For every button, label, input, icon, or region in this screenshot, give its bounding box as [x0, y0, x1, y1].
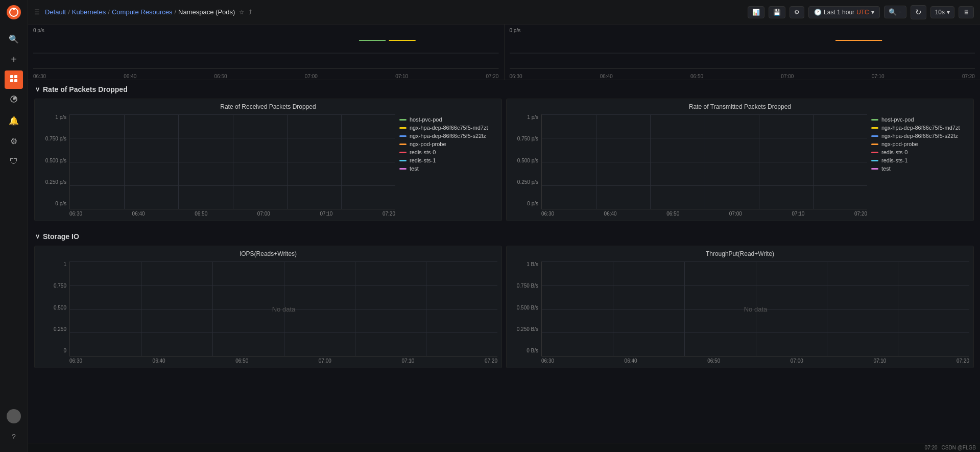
settings-button[interactable]: ⚙ — [790, 6, 804, 18]
tpx-06:40: 06:40 — [625, 358, 637, 364]
tlegend-label-test: test — [881, 165, 891, 172]
tx-07:20: 07:20 — [854, 211, 867, 217]
save-icon: 💾 — [773, 9, 781, 16]
mini-chart-right: 0 p/s 06:30 06:40 06:50 07:00 07:10 — [505, 25, 981, 80]
iops-y-025: 0.250 — [54, 326, 66, 332]
legend-label-host-pvc-pod: host-pvc-pod — [410, 116, 442, 123]
storage-io-charts: IOPS(Reads+Writes) 1 0.750 0.500 0.250 0 — [28, 244, 980, 374]
y-label-05ps: 0.500 p/s — [45, 158, 66, 163]
legend-host-pvc-pod: host-pvc-pod — [399, 116, 493, 123]
sidebar-item-config[interactable]: ⚙ — [5, 132, 23, 150]
collapse-icon: ∨ — [35, 86, 40, 93]
main-content: ☰ Default / Kubernetes / Compute Resourc… — [28, 0, 980, 452]
tgrid-v-5 — [813, 114, 814, 209]
tpx-07:10: 07:10 — [873, 358, 886, 364]
tlegend-label-host-pvc-pod: host-pvc-pod — [881, 116, 914, 123]
throughput-y-axis: 1 B/s 0.750 B/s 0.500 B/s 0.250 B/s 0 B/… — [511, 261, 541, 364]
mini-right-x-06:50: 06:50 — [690, 74, 703, 79]
section-storage-io-title: Storage IO — [43, 232, 79, 241]
ty-label-1ps: 1 p/s — [527, 114, 538, 120]
tpgrid-v-4 — [827, 261, 827, 356]
sidebar-item-explore[interactable] — [5, 91, 23, 109]
time-range-button[interactable]: 🕐 Last 1 hour UTC ▾ — [808, 6, 880, 18]
received-dropped-legend: host-pvc-pod ngx-hpa-dep-86f66c75f5-md7z… — [395, 114, 497, 217]
sidebar-item-help[interactable]: ? — [5, 427, 23, 446]
mini-x-07:10: 07:10 — [395, 74, 408, 79]
tp-y-05bs: 0.500 B/s — [517, 305, 538, 311]
breadcrumb-kubernetes[interactable]: Kubernetes — [72, 8, 106, 16]
sidebar-item-dashboards[interactable] — [5, 70, 23, 89]
ix-06:30: 06:30 — [69, 358, 82, 364]
sidebar-item-search[interactable]: 🔍 — [5, 30, 23, 48]
breadcrumb-compute[interactable]: Compute Resources — [112, 8, 173, 16]
tlegend-color-ngx-md7zt — [871, 127, 878, 129]
mini-charts-row: 0 p/s 06:30 06:40 06:50 07:00 07: — [28, 25, 980, 80]
star-icon[interactable]: ☆ — [239, 9, 245, 16]
grafana-logo[interactable] — [6, 4, 22, 20]
ty-label-075ps: 0.750 p/s — [517, 136, 538, 141]
breadcrumb-sep-3: / — [174, 8, 176, 16]
throughput-chart-main: No data 06:30 06:40 06:50 07:00 07:10 07… — [541, 261, 969, 364]
refresh-button[interactable]: ↻ — [911, 5, 926, 19]
tp-y-025bs: 0.250 B/s — [517, 326, 538, 332]
x-07:10: 07:10 — [320, 211, 332, 217]
received-dropped-grid — [70, 114, 395, 209]
save-button[interactable]: 💾 — [769, 6, 785, 18]
sidebar: 🔍 + 🔔 ⚙ 🛡 ? — [0, 0, 28, 452]
zoom-minus: − — [899, 9, 902, 15]
mini-right-x-06:40: 06:40 — [600, 74, 613, 79]
x-06:50: 06:50 — [195, 211, 207, 217]
mini-chart-left-label: 0 p/s — [33, 28, 499, 33]
plus-icon: + — [11, 54, 17, 65]
mini-x-07:20: 07:20 — [486, 74, 498, 79]
legend-color-test — [399, 168, 407, 170]
breadcrumb-default[interactable]: Default — [45, 8, 66, 16]
svg-rect-6 — [14, 79, 17, 82]
ty-label-0ps: 0 p/s — [527, 201, 538, 206]
x-07:00: 07:00 — [257, 211, 270, 217]
x-07:20: 07:20 — [383, 211, 395, 217]
zoom-out-button[interactable]: 🔍 − — [884, 6, 906, 18]
section-packets-dropped-header[interactable]: ∨ Rate of Packets Dropped — [28, 80, 980, 97]
received-dropped-chart-area: 1 p/s 0.750 p/s 0.500 p/s 0.250 p/s 0 p/… — [39, 114, 497, 217]
ix-07:10: 07:10 — [401, 358, 414, 364]
tlegend-color-redis-sts-0 — [871, 152, 878, 153]
tpx-07:20: 07:20 — [957, 358, 969, 364]
throughput-chart-area: 1 B/s 0.750 B/s 0.500 B/s 0.250 B/s 0 B/… — [511, 261, 969, 364]
avatar[interactable] — [7, 409, 21, 423]
monitor-button[interactable]: 🖥 — [959, 6, 974, 18]
iops-plot: No data — [69, 261, 497, 356]
iops-y-05: 0.500 — [54, 305, 66, 311]
mini-chart-left-canvas: 06:30 06:40 06:50 07:00 07:10 07:20 — [33, 35, 499, 71]
svg-point-0 — [7, 5, 21, 19]
tpgrid-v-5 — [898, 261, 898, 356]
tx-06:50: 06:50 — [666, 211, 679, 217]
tx-06:30: 06:30 — [541, 211, 554, 217]
chart-button[interactable]: 📊 — [748, 6, 764, 18]
ix-07:20: 07:20 — [485, 358, 497, 364]
mini-x-07:00: 07:00 — [305, 74, 318, 79]
sidebar-item-add[interactable]: + — [5, 50, 23, 68]
section-storage-io-header[interactable]: ∨ Storage IO — [28, 227, 980, 244]
throughput-no-data: No data — [744, 305, 768, 313]
search-icon: 🔍 — [9, 34, 19, 44]
transmitted-dropped-chart-area: 1 p/s 0.750 p/s 0.500 p/s 0.250 p/s 0 p/… — [511, 114, 969, 217]
packets-dropped-charts: Rate of Received Packets Dropped 1 p/s 0… — [28, 97, 980, 227]
share-icon[interactable]: ⤴ — [249, 9, 252, 16]
refresh-interval-button[interactable]: 10s ▾ — [930, 6, 954, 18]
breadcrumb: Default / Kubernetes / Compute Resources… — [45, 8, 235, 16]
mini-right-x-06:30: 06:30 — [510, 74, 522, 79]
menu-icon[interactable]: ☰ — [34, 9, 40, 16]
grid-v-4 — [287, 114, 288, 209]
sidebar-item-alerts[interactable]: 🔔 — [5, 111, 23, 130]
legend-label-redis-sts-0: redis-sts-0 — [410, 149, 436, 155]
tlegend-test: test — [871, 165, 965, 172]
chevron-icon: ▾ — [871, 9, 874, 16]
sidebar-item-admin[interactable]: 🛡 — [5, 152, 23, 171]
tlegend-ngx-md7zt: ngx-hpa-dep-86f66c75f5-md7zt — [871, 125, 965, 131]
tlegend-redis-sts-0: redis-sts-0 — [871, 149, 965, 155]
legend-color-ngx-pod-probe — [399, 144, 407, 145]
mini-x-06:50: 06:50 — [214, 74, 227, 79]
mini-chart-right-canvas: 06:30 06:40 06:50 07:00 07:10 07:20 — [510, 35, 975, 71]
legend-label-ngx-pod-probe: ngx-pod-probe — [410, 141, 446, 147]
